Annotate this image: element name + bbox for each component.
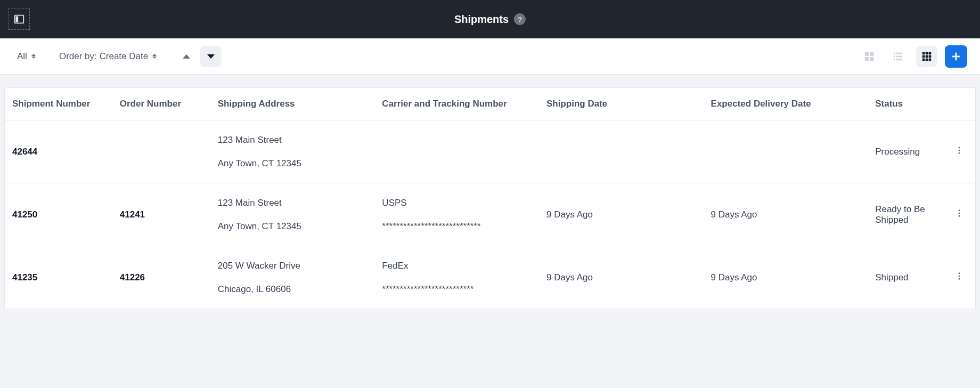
- svg-point-27: [959, 213, 960, 214]
- svg-rect-22: [952, 55, 960, 57]
- address-line2: Any Town, CT 12345: [218, 157, 368, 171]
- tracking-number: **************************: [382, 282, 532, 296]
- orderby-label: Order by: Create Date: [59, 51, 148, 62]
- cell-status: Shipped: [868, 246, 943, 309]
- svg-rect-1: [16, 17, 19, 22]
- table-icon: [921, 51, 933, 62]
- cell-shipping-date: 9 Days Ago: [539, 246, 704, 309]
- svg-rect-10: [894, 59, 895, 60]
- svg-rect-14: [929, 52, 932, 54]
- svg-rect-3: [870, 52, 873, 55]
- sort-desc-button[interactable]: [200, 46, 222, 67]
- svg-rect-9: [896, 55, 902, 57]
- svg-rect-12: [922, 52, 925, 54]
- svg-rect-2: [865, 52, 869, 55]
- col-actions: [944, 88, 975, 120]
- dropdown-caret-icon: [152, 54, 157, 59]
- table-row[interactable]: 41235 41226 205 W Wacker Drive Chicago, …: [5, 246, 975, 309]
- svg-rect-19: [926, 58, 928, 61]
- cell-shipping-address: 123 Main Street Any Town, CT 12345: [210, 183, 375, 246]
- col-shipping-date[interactable]: Shipping Date: [539, 88, 704, 120]
- page-title: Shipments: [454, 13, 509, 26]
- cell-expected-delivery: [704, 120, 868, 183]
- address-line2: Chicago, IL 60606: [218, 282, 368, 296]
- cell-expected-delivery: 9 Days Ago: [704, 246, 868, 309]
- dots-vertical-icon: [954, 146, 964, 155]
- table-row[interactable]: 42644 123 Main Street Any Town, CT 12345…: [5, 120, 975, 183]
- dots-vertical-icon: [954, 271, 964, 281]
- cell-shipment-number: 41235: [5, 246, 112, 309]
- toolbar-right: [859, 45, 967, 68]
- col-status[interactable]: Status: [868, 88, 943, 120]
- table-row[interactable]: 41250 41241 123 Main Street Any Town, CT…: [5, 183, 975, 246]
- sidebar-toggle-button[interactable]: [9, 9, 30, 30]
- sort-asc-button[interactable]: [176, 46, 197, 67]
- address-line1: 123 Main Street: [218, 196, 368, 210]
- triangle-up-icon: [183, 54, 190, 59]
- row-actions-button[interactable]: [944, 183, 975, 246]
- cell-order-number: [112, 120, 210, 183]
- app-header: Shipments ?: [0, 0, 980, 38]
- dots-vertical-icon: [954, 208, 964, 218]
- filter-label: All: [17, 51, 27, 62]
- toolbar-left: All Order by: Create Date: [13, 46, 222, 67]
- cell-shipping-date: [539, 120, 704, 183]
- list-icon: [892, 51, 904, 62]
- svg-point-31: [959, 278, 960, 280]
- carrier-name: FedEx: [382, 259, 532, 273]
- view-list-button[interactable]: [887, 46, 909, 67]
- svg-rect-17: [929, 55, 932, 58]
- cell-shipment-number: 41250: [5, 183, 112, 246]
- col-carrier-tracking[interactable]: Carrier and Tracking Number: [374, 88, 539, 120]
- cell-carrier-tracking: FedEx **************************: [374, 246, 539, 309]
- svg-rect-13: [926, 52, 928, 54]
- shipments-table-wrap: Shipment Number Order Number Shipping Ad…: [4, 87, 976, 309]
- svg-rect-11: [896, 59, 902, 60]
- grid-large-icon: [863, 51, 875, 62]
- toolbar: All Order by: Create Date: [0, 38, 980, 75]
- cell-status: Ready to Be Shipped: [868, 183, 943, 246]
- view-cards-button[interactable]: [859, 46, 880, 67]
- cell-order-number: 41226: [112, 246, 210, 309]
- filter-dropdown[interactable]: All: [13, 48, 40, 65]
- carrier-name: USPS: [382, 196, 532, 210]
- tracking-number: ****************************: [382, 220, 532, 233]
- help-button[interactable]: ?: [514, 13, 526, 25]
- svg-rect-5: [870, 56, 873, 60]
- svg-rect-20: [929, 58, 932, 61]
- col-order-number[interactable]: Order Number: [112, 88, 210, 120]
- cell-status: Processing: [868, 120, 943, 183]
- triangle-down-icon: [207, 54, 215, 59]
- cell-order-number: 41241: [112, 183, 210, 246]
- cell-shipping-address: 205 W Wacker Drive Chicago, IL 60606: [210, 246, 375, 309]
- add-shipment-button[interactable]: [945, 45, 967, 68]
- svg-rect-4: [865, 56, 869, 60]
- col-expected-delivery[interactable]: Expected Delivery Date: [704, 88, 868, 120]
- svg-rect-6: [894, 52, 895, 54]
- panel-left-icon: [13, 13, 25, 25]
- svg-rect-8: [894, 55, 895, 57]
- svg-point-28: [959, 215, 960, 217]
- col-shipping-address[interactable]: Shipping Address: [210, 88, 375, 120]
- address-line1: 123 Main Street: [218, 133, 368, 147]
- svg-rect-7: [896, 52, 902, 54]
- row-actions-button[interactable]: [944, 120, 975, 183]
- shipments-table: Shipment Number Order Number Shipping Ad…: [5, 88, 975, 309]
- cell-carrier-tracking: [374, 120, 539, 183]
- svg-rect-18: [922, 58, 925, 61]
- svg-point-23: [959, 147, 960, 148]
- table-header-row: Shipment Number Order Number Shipping Ad…: [5, 88, 975, 120]
- plus-icon: [950, 51, 962, 62]
- svg-point-26: [959, 209, 960, 211]
- address-line1: 205 W Wacker Drive: [218, 259, 368, 273]
- view-table-button[interactable]: [916, 46, 937, 67]
- cell-shipping-address: 123 Main Street Any Town, CT 12345: [210, 120, 375, 183]
- cell-shipping-date: 9 Days Ago: [539, 183, 704, 246]
- col-shipment-number[interactable]: Shipment Number: [5, 88, 112, 120]
- svg-point-25: [959, 152, 960, 154]
- svg-rect-16: [926, 55, 928, 58]
- row-actions-button[interactable]: [944, 246, 975, 309]
- orderby-dropdown[interactable]: Order by: Create Date: [55, 48, 161, 65]
- svg-point-30: [959, 276, 960, 277]
- dropdown-caret-icon: [31, 54, 36, 59]
